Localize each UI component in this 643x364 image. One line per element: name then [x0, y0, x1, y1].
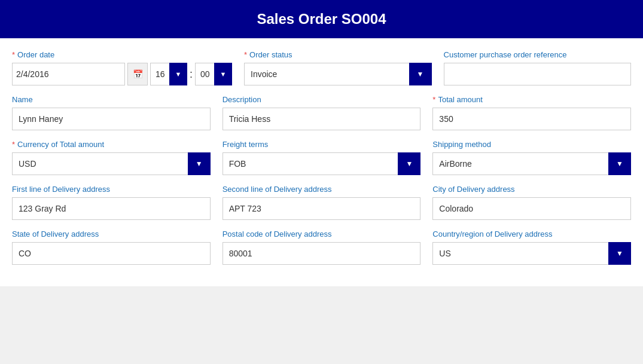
- country-delivery-label: Country/region of Delivery address: [432, 230, 631, 238]
- required-star-2: *: [244, 50, 247, 59]
- minute-select[interactable]: 00: [195, 63, 232, 85]
- order-status-select-wrapper: Invoice Draft Confirmed Done: [244, 63, 432, 85]
- page-title: Sales Order SO004: [257, 11, 386, 27]
- order-status-label: *Order status: [244, 50, 432, 59]
- time-colon: :: [190, 63, 193, 85]
- freight-terms-group: Freight terms FOB CIF EXW DDP: [223, 140, 421, 175]
- postal-delivery-group: Postal code of Delivery address: [223, 230, 421, 265]
- first-delivery-input[interactable]: [12, 197, 211, 220]
- order-date-label: *Order date: [12, 50, 232, 59]
- total-amount-label: *Total amount: [432, 95, 631, 104]
- order-date-group: *Order date 📅 16 : 00: [12, 50, 232, 85]
- required-star-3: *: [432, 95, 435, 104]
- currency-group: *Currency of Total amount USD EUR GBP CA…: [12, 140, 211, 175]
- total-amount-group: *Total amount: [432, 95, 631, 130]
- order-status-group: *Order status Invoice Draft Confirmed Do…: [244, 50, 432, 85]
- hour-select-wrapper: 16: [150, 63, 187, 85]
- first-delivery-group: First line of Delivery address: [12, 185, 211, 220]
- required-star-1: *: [12, 50, 15, 59]
- currency-select-wrapper: USD EUR GBP CAD: [12, 152, 211, 175]
- order-date-input-group: 📅 16 : 00: [12, 63, 232, 85]
- postal-delivery-label: Postal code of Delivery address: [223, 230, 421, 238]
- city-delivery-group: City of Delivery address: [432, 185, 631, 220]
- first-delivery-label: First line of Delivery address: [12, 185, 211, 194]
- minute-select-wrapper: 00: [195, 63, 232, 85]
- country-delivery-select[interactable]: US CA GB AU DE FR: [432, 242, 631, 265]
- shipping-method-select[interactable]: AirBorne Ground Sea Freight Express: [432, 152, 631, 175]
- required-star-4: *: [12, 140, 15, 149]
- name-group: Name: [12, 95, 211, 130]
- description-input[interactable]: [223, 108, 421, 130]
- second-delivery-group: Second line of Delivery address: [223, 185, 421, 220]
- shipping-method-label: Shipping method: [432, 140, 631, 149]
- state-delivery-label: State of Delivery address: [12, 230, 211, 238]
- country-delivery-group: Country/region of Delivery address US CA…: [432, 230, 631, 265]
- currency-select[interactable]: USD EUR GBP CAD: [12, 152, 211, 175]
- total-amount-input[interactable]: [432, 108, 631, 130]
- name-label: Name: [12, 95, 211, 104]
- shipping-method-group: Shipping method AirBorne Ground Sea Frei…: [432, 140, 631, 175]
- name-input[interactable]: [12, 108, 211, 130]
- state-delivery-input[interactable]: [12, 242, 211, 265]
- order-date-input[interactable]: [12, 63, 125, 85]
- customer-po-ref-label: Customer purchase order reference: [444, 50, 632, 59]
- second-delivery-input[interactable]: [223, 197, 421, 220]
- freight-terms-select-wrapper: FOB CIF EXW DDP: [223, 152, 421, 175]
- description-group: Description: [223, 95, 421, 130]
- order-status-select[interactable]: Invoice Draft Confirmed Done: [244, 63, 432, 85]
- postal-delivery-input[interactable]: [223, 242, 421, 265]
- city-delivery-label: City of Delivery address: [432, 185, 631, 194]
- customer-po-ref-input[interactable]: [444, 63, 632, 85]
- city-delivery-input[interactable]: [432, 197, 631, 220]
- freight-terms-label: Freight terms: [223, 140, 421, 149]
- calendar-icon[interactable]: 📅: [127, 63, 148, 85]
- freight-terms-select[interactable]: FOB CIF EXW DDP: [223, 152, 421, 175]
- header: Sales Order SO004: [0, 0, 643, 38]
- state-delivery-group: State of Delivery address: [12, 230, 211, 265]
- country-delivery-select-wrapper: US CA GB AU DE FR: [432, 242, 631, 265]
- description-label: Description: [223, 95, 421, 104]
- second-delivery-label: Second line of Delivery address: [223, 185, 421, 194]
- currency-label: *Currency of Total amount: [12, 140, 211, 149]
- shipping-method-select-wrapper: AirBorne Ground Sea Freight Express: [432, 152, 631, 175]
- customer-po-ref-group: Customer purchase order reference: [444, 50, 632, 85]
- hour-select[interactable]: 16: [150, 63, 187, 85]
